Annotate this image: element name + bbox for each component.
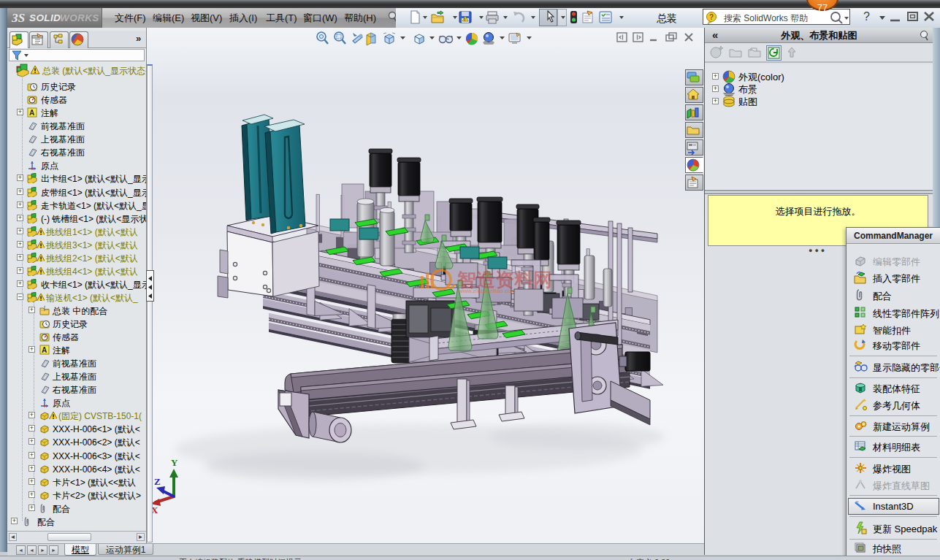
svg-text:WORKS: WORKS [60,12,99,23]
svg-text:SOLID: SOLID [29,12,61,23]
svg-text:Z: Z [154,476,161,487]
svg-text:A: A [42,346,47,354]
svg-text:ЗS: ЗS [12,11,25,25]
svg-text:Y: Y [171,457,178,468]
svg-text:?: ? [709,13,714,21]
svg-text:www.zhizaoziliao.com: www.zhizaoziliao.com [458,288,516,294]
svg-text:A: A [29,109,34,117]
svg-text:!: ! [464,18,465,22]
